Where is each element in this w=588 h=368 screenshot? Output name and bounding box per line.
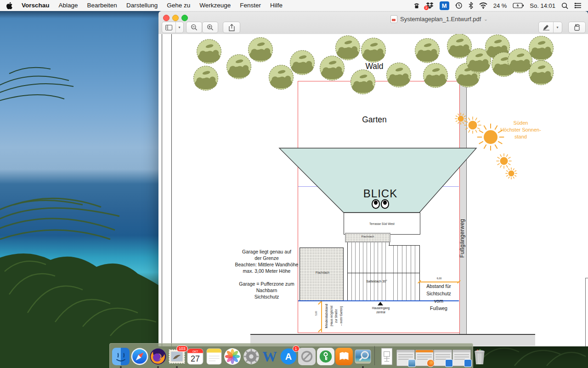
menu-werkzeuge[interactable]: Werkzeuge xyxy=(195,0,235,11)
dock-app-store[interactable]: A1 xyxy=(280,348,297,365)
dock-firefox-window[interactable] xyxy=(415,348,433,365)
tree-icon xyxy=(415,39,440,63)
dock-photos[interactable] xyxy=(224,348,241,365)
flat-roof-strip-label: Flachdach xyxy=(346,235,390,238)
terrace-box: Terrasse Süd West xyxy=(344,213,420,235)
svg-text:27: 27 xyxy=(191,354,200,363)
notification-center-icon[interactable] xyxy=(574,2,582,9)
terrace-label: Terrasse Süd West xyxy=(344,222,420,225)
window-title: Systemlageplan_1.Entwurf.pdf ⌄ xyxy=(390,15,488,23)
chevron-down-icon: ▾ xyxy=(554,22,562,33)
window-titlebar[interactable]: ▾ Systemlageplan_1.Entwurf.pdf ⌄ xyxy=(158,11,588,34)
svg-text:W: W xyxy=(262,349,277,365)
tree-icon xyxy=(249,38,273,62)
distance-note: Abstand fürSichtschutzvomFußweg xyxy=(418,282,459,312)
dock-calendar[interactable]: OKT27 xyxy=(187,348,204,365)
dock-finder[interactable] xyxy=(112,348,130,365)
battery-charging-icon[interactable] xyxy=(513,3,524,8)
eyes-icon xyxy=(372,199,389,209)
app-menus: VorschauAblageBearbeitenDarstellungGehe … xyxy=(17,0,287,11)
pdf-content[interactable]: Terrasse Süd West Flachdach Satteldach 3… xyxy=(158,34,588,346)
sidebar-toggle-button[interactable]: ▾ xyxy=(162,22,184,33)
entrance-marker-icon xyxy=(378,302,383,305)
dock-excel-window[interactable] xyxy=(452,348,470,365)
tree-icon xyxy=(362,38,386,63)
svg-text:A: A xyxy=(285,351,291,362)
measure-6m-label: 6,00 xyxy=(429,277,450,280)
zoom-in-button[interactable] xyxy=(202,22,218,33)
wifi-icon[interactable] xyxy=(479,2,487,9)
tree-icon xyxy=(320,56,345,80)
hotspot-lock-icon[interactable] xyxy=(413,2,420,9)
minimize-button[interactable] xyxy=(172,15,179,21)
apple-menu-icon[interactable] xyxy=(6,2,12,9)
title-chevron-icon[interactable]: ⌄ xyxy=(484,17,487,22)
dock-firefox[interactable] xyxy=(149,348,167,365)
dock-word[interactable]: W xyxy=(261,348,278,365)
tree-icon xyxy=(529,61,554,85)
menu-bar-status: 3 M 24 % So. 14:01 xyxy=(413,0,588,11)
menu-bar: VorschauAblageBearbeitenDarstellungGehe … xyxy=(0,0,588,11)
sun-icon xyxy=(505,167,517,179)
dock-blocked-app[interactable] xyxy=(298,348,316,365)
vertical-measure-line xyxy=(321,301,322,332)
entrance-note: Hauseingangzentral xyxy=(364,306,397,314)
share-button[interactable] xyxy=(223,22,240,33)
menu-bar-clock[interactable]: So. 14:01 xyxy=(530,2,555,9)
zoom-out-button[interactable] xyxy=(186,22,202,33)
dock-system-preferences[interactable] xyxy=(243,348,260,365)
dock-notes[interactable] xyxy=(205,348,223,365)
dock-preview[interactable] xyxy=(354,348,372,365)
dropbox-icon[interactable]: 3 xyxy=(426,2,434,9)
dock-plan-document[interactable] xyxy=(378,348,396,365)
garden-label: Garten xyxy=(347,115,402,125)
menu-bearbeiten[interactable]: Bearbeiten xyxy=(83,0,122,11)
dock-preview-window[interactable] xyxy=(396,348,414,365)
flat-roof-strip: Flachdach xyxy=(345,233,390,242)
spotlight-search-icon[interactable] xyxy=(561,2,568,9)
dock-password-app[interactable] xyxy=(317,348,334,365)
zoom-window-button[interactable] xyxy=(181,15,188,21)
firefox-badge-icon xyxy=(427,359,435,367)
tree-icon xyxy=(269,65,294,90)
bluetooth-icon[interactable] xyxy=(469,2,473,9)
dock-word-window[interactable] xyxy=(434,348,451,365)
dock-books[interactable] xyxy=(335,348,353,365)
dock-trash[interactable] xyxy=(471,348,488,365)
dock-safari[interactable] xyxy=(131,348,148,365)
menu-vorschau[interactable]: Vorschau xyxy=(17,0,54,11)
house-section-right xyxy=(389,245,420,301)
menu-gehe-zu[interactable]: Gehe zu xyxy=(162,0,195,11)
dock-mail[interactable]: 103 xyxy=(168,348,186,365)
preview-badge-icon xyxy=(408,359,416,367)
running-indicator xyxy=(362,366,364,368)
rotate-left-button[interactable] xyxy=(568,22,586,33)
dock-divider xyxy=(374,346,375,365)
dock: 103OKT27WA1 xyxy=(109,343,473,368)
sun-icon xyxy=(496,153,511,168)
menu-ablage[interactable]: Ablage xyxy=(54,0,83,11)
markup-toolbar-button[interactable]: ▾ xyxy=(538,22,562,33)
tree-icon xyxy=(194,66,218,91)
tree-icon xyxy=(290,51,315,75)
running-indicator xyxy=(157,366,159,368)
battery-percent: 24 % xyxy=(493,2,507,9)
sun-note: SüdenHöchster Sonnen-stand xyxy=(497,120,545,140)
house-section-left xyxy=(347,241,390,301)
menu-darstellung[interactable]: Darstellung xyxy=(122,0,162,11)
document-badge-icon xyxy=(445,359,453,367)
sun-icon xyxy=(455,113,466,124)
menu-fenster[interactable]: Fenster xyxy=(235,0,266,11)
dropbox-badge: 3 xyxy=(424,6,429,10)
malwarebytes-icon[interactable]: M xyxy=(440,1,449,10)
mail-badge: 103 xyxy=(176,345,187,352)
time-machine-icon[interactable] xyxy=(455,2,463,9)
view-label: BLICK xyxy=(348,187,413,200)
close-button[interactable] xyxy=(163,15,170,21)
chevron-down-icon: ▾ xyxy=(176,22,183,33)
preview-window: ▾ Systemlageplan_1.Entwurf.pdf ⌄ xyxy=(158,11,588,346)
menu-hilfe[interactable]: Hilfe xyxy=(266,0,287,11)
tree-icon xyxy=(351,70,375,94)
measure-5m-label: 5,00 xyxy=(315,306,317,320)
svg-text:OKT: OKT xyxy=(192,350,198,353)
